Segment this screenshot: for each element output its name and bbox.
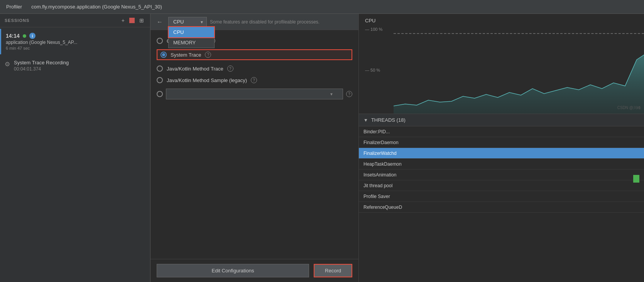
- java-kotlin-trace-option[interactable]: Java/Kotlin Method Trace ?: [157, 65, 352, 72]
- threads-title: THREADS (18): [371, 117, 406, 123]
- watermark: CSDN @川峰: [617, 105, 641, 111]
- thread-row[interactable]: Binder:PID...: [359, 126, 644, 137]
- profiler-type-menu: CPU MEMORY: [168, 27, 215, 48]
- profiler-type-label: CPU: [173, 19, 184, 25]
- session-time-row: 14:14 i: [6, 33, 145, 39]
- add-session-button[interactable]: +: [120, 17, 126, 24]
- layout-button[interactable]: ⊞: [138, 17, 145, 24]
- custom-option-row[interactable]: ▼ ?: [157, 89, 352, 99]
- thread-name: Jit thread pool: [363, 183, 433, 188]
- java-kotlin-sample-label: Java/Kotlin Method Sample (legacy): [167, 77, 247, 83]
- thread-row[interactable]: InsetsAnimation: [359, 170, 644, 180]
- cpu-option[interactable]: CPU: [169, 27, 214, 37]
- java-kotlin-sample-radio[interactable]: [157, 77, 163, 83]
- stop-session-button[interactable]: [129, 18, 135, 23]
- system-trace-time: 00:04:01.374: [14, 66, 69, 72]
- system-trace-option[interactable]: System Trace ?: [157, 49, 352, 60]
- session-name: application (Google Nexus_5_AP...: [6, 40, 145, 45]
- sessions-header: SESSIONS + ⊞: [0, 14, 150, 27]
- current-session-item[interactable]: 14:14 i application (Google Nexus_5_AP..…: [0, 29, 150, 54]
- right-panel: CPU — 100 % — 50 % CSDN @川峰: [359, 14, 644, 282]
- gear-icon: ⚙: [5, 60, 10, 68]
- java-kotlin-sample-option[interactable]: Java/Kotlin Method Sample (legacy) ?: [157, 77, 352, 83]
- active-indicator: [23, 34, 26, 38]
- custom-config-dropdown[interactable]: ▼: [166, 89, 343, 99]
- center-panel: ← CPU ▼ CPU MEMORY Some features are dis…: [150, 14, 359, 282]
- window-title: com.fly.mycompose.application (Google Ne…: [31, 4, 162, 10]
- java-kotlin-trace-help-icon[interactable]: ?: [227, 65, 233, 72]
- session-duration: 6 min 47 sec: [6, 46, 145, 50]
- system-trace-radio[interactable]: [161, 52, 167, 58]
- threads-header: ▼ THREADS (18): [359, 114, 644, 126]
- cpu-50-percent-label: — 50 %: [365, 68, 380, 72]
- java-kotlin-sample-help-icon[interactable]: ?: [251, 77, 257, 83]
- custom-dropdown-arrow: ▼: [330, 92, 333, 96]
- thread-name: Binder:PID...: [363, 129, 433, 134]
- app-name: Profiler: [6, 4, 22, 10]
- thread-row-active[interactable]: FinalizerWatchd: [359, 148, 644, 159]
- edit-configurations-button[interactable]: Edit Configurations: [157, 264, 309, 277]
- thread-activity-bar: [433, 149, 639, 157]
- thread-name: Profile Saver: [363, 194, 433, 199]
- main-layout: SESSIONS + ⊞ 14:14 i application (Google…: [0, 14, 644, 282]
- disabled-features-notice: Some features are disabled for profileab…: [210, 19, 355, 25]
- custom-radio[interactable]: [157, 91, 163, 97]
- memory-option[interactable]: MEMORY: [169, 37, 214, 48]
- cpu-graph-title: CPU: [365, 18, 375, 24]
- cpu-graph-svg: [394, 29, 644, 114]
- thread-green-bar: [633, 175, 639, 183]
- thread-row[interactable]: HeapTaskDaemon: [359, 159, 644, 170]
- thread-name: HeapTaskDaemon: [363, 161, 433, 167]
- sessions-panel: SESSIONS + ⊞ 14:14 i application (Google…: [0, 14, 150, 282]
- thread-name: InsetsAnimation: [363, 172, 433, 178]
- cpu-graph-area: CPU — 100 % — 50 % CSDN @川峰: [359, 14, 644, 114]
- title-bar: Profiler com.fly.mycompose.application (…: [0, 0, 644, 14]
- custom-help-icon[interactable]: ?: [346, 91, 352, 97]
- session-info-icon[interactable]: i: [29, 33, 35, 39]
- thread-row[interactable]: FinalizerDaemon: [359, 137, 644, 148]
- profiler-type-dropdown[interactable]: CPU ▼: [168, 17, 207, 27]
- cpu-100-percent-label: — 100 %: [365, 27, 382, 32]
- sessions-label: SESSIONS: [5, 18, 117, 23]
- thread-row[interactable]: Jit thread pool: [359, 180, 644, 191]
- thread-name: FinalizerDaemon: [363, 140, 433, 145]
- back-button[interactable]: ←: [154, 18, 165, 26]
- java-kotlin-trace-radio[interactable]: [157, 65, 163, 72]
- thread-row[interactable]: ReferenceQueueD: [359, 202, 644, 213]
- recording-options: Callstack Sample ? System Trace ? Java/K…: [150, 30, 358, 259]
- center-bottom: Edit Configurations Record: [150, 259, 358, 282]
- chevron-down-icon: ▼: [200, 20, 204, 24]
- thread-name: ReferenceQueueD: [363, 205, 433, 210]
- session-time: 14:14: [6, 33, 20, 39]
- java-kotlin-trace-label: Java/Kotlin Method Trace: [167, 66, 223, 72]
- system-trace-label: System Trace: [171, 52, 201, 58]
- threads-panel[interactable]: ▼ THREADS (18) Binder:PID... FinalizerDa…: [359, 114, 644, 282]
- system-trace-name: System Trace Recording: [14, 60, 69, 65]
- center-toolbar: ← CPU ▼ CPU MEMORY Some features are dis…: [150, 14, 358, 30]
- svg-marker-0: [394, 40, 644, 114]
- system-trace-help-icon[interactable]: ?: [205, 52, 211, 58]
- thread-row[interactable]: Profile Saver: [359, 191, 644, 202]
- callstack-radio[interactable]: [157, 38, 163, 44]
- profiler-type-dropdown-wrapper[interactable]: CPU ▼ CPU MEMORY: [168, 17, 207, 27]
- threads-collapse-icon[interactable]: ▼: [363, 118, 368, 123]
- system-trace-item[interactable]: ⚙ System Trace Recording 00:04:01.374: [0, 56, 150, 76]
- record-button[interactable]: Record: [314, 264, 352, 277]
- thread-name: FinalizerWatchd: [363, 151, 433, 156]
